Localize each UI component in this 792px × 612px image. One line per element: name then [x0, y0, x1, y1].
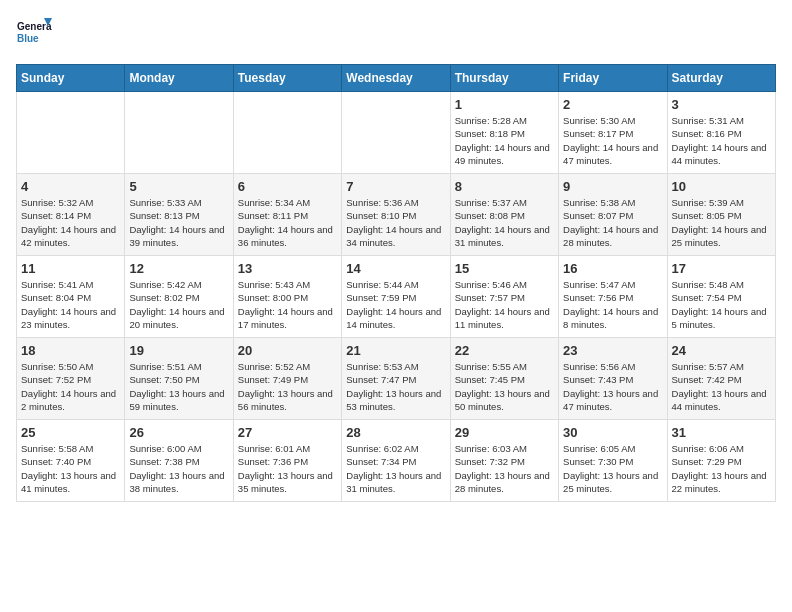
day-number: 30: [563, 425, 662, 440]
page-header: General Blue: [16, 16, 776, 52]
cell-details: Sunrise: 5:58 AMSunset: 7:40 PMDaylight:…: [21, 442, 120, 495]
day-header-tuesday: Tuesday: [233, 65, 341, 92]
cell-details: Sunrise: 5:56 AMSunset: 7:43 PMDaylight:…: [563, 360, 662, 413]
calendar-cell: [342, 92, 450, 174]
day-number: 8: [455, 179, 554, 194]
calendar-cell: [125, 92, 233, 174]
day-number: 16: [563, 261, 662, 276]
day-number: 12: [129, 261, 228, 276]
day-header-wednesday: Wednesday: [342, 65, 450, 92]
cell-details: Sunrise: 5:31 AMSunset: 8:16 PMDaylight:…: [672, 114, 771, 167]
cell-details: Sunrise: 6:03 AMSunset: 7:32 PMDaylight:…: [455, 442, 554, 495]
day-number: 15: [455, 261, 554, 276]
calendar-cell: 21Sunrise: 5:53 AMSunset: 7:47 PMDayligh…: [342, 338, 450, 420]
calendar-cell: 4Sunrise: 5:32 AMSunset: 8:14 PMDaylight…: [17, 174, 125, 256]
calendar-cell: 22Sunrise: 5:55 AMSunset: 7:45 PMDayligh…: [450, 338, 558, 420]
calendar-cell: 17Sunrise: 5:48 AMSunset: 7:54 PMDayligh…: [667, 256, 775, 338]
day-number: 1: [455, 97, 554, 112]
day-header-saturday: Saturday: [667, 65, 775, 92]
cell-details: Sunrise: 5:30 AMSunset: 8:17 PMDaylight:…: [563, 114, 662, 167]
cell-details: Sunrise: 5:36 AMSunset: 8:10 PMDaylight:…: [346, 196, 445, 249]
calendar-cell: 2Sunrise: 5:30 AMSunset: 8:17 PMDaylight…: [559, 92, 667, 174]
calendar-week-row: 1Sunrise: 5:28 AMSunset: 8:18 PMDaylight…: [17, 92, 776, 174]
day-number: 10: [672, 179, 771, 194]
calendar-week-row: 4Sunrise: 5:32 AMSunset: 8:14 PMDaylight…: [17, 174, 776, 256]
day-number: 13: [238, 261, 337, 276]
day-number: 28: [346, 425, 445, 440]
day-number: 31: [672, 425, 771, 440]
cell-details: Sunrise: 6:01 AMSunset: 7:36 PMDaylight:…: [238, 442, 337, 495]
calendar-cell: 5Sunrise: 5:33 AMSunset: 8:13 PMDaylight…: [125, 174, 233, 256]
calendar-cell: 15Sunrise: 5:46 AMSunset: 7:57 PMDayligh…: [450, 256, 558, 338]
calendar-cell: 16Sunrise: 5:47 AMSunset: 7:56 PMDayligh…: [559, 256, 667, 338]
cell-details: Sunrise: 5:53 AMSunset: 7:47 PMDaylight:…: [346, 360, 445, 413]
calendar-cell: 25Sunrise: 5:58 AMSunset: 7:40 PMDayligh…: [17, 420, 125, 502]
day-number: 23: [563, 343, 662, 358]
day-number: 9: [563, 179, 662, 194]
calendar-cell: [233, 92, 341, 174]
calendar-cell: 23Sunrise: 5:56 AMSunset: 7:43 PMDayligh…: [559, 338, 667, 420]
cell-details: Sunrise: 5:39 AMSunset: 8:05 PMDaylight:…: [672, 196, 771, 249]
day-header-monday: Monday: [125, 65, 233, 92]
calendar-cell: 24Sunrise: 5:57 AMSunset: 7:42 PMDayligh…: [667, 338, 775, 420]
cell-details: Sunrise: 5:46 AMSunset: 7:57 PMDaylight:…: [455, 278, 554, 331]
cell-details: Sunrise: 5:41 AMSunset: 8:04 PMDaylight:…: [21, 278, 120, 331]
calendar-week-row: 18Sunrise: 5:50 AMSunset: 7:52 PMDayligh…: [17, 338, 776, 420]
day-number: 11: [21, 261, 120, 276]
day-number: 22: [455, 343, 554, 358]
day-number: 20: [238, 343, 337, 358]
calendar-cell: 1Sunrise: 5:28 AMSunset: 8:18 PMDaylight…: [450, 92, 558, 174]
cell-details: Sunrise: 5:28 AMSunset: 8:18 PMDaylight:…: [455, 114, 554, 167]
cell-details: Sunrise: 5:32 AMSunset: 8:14 PMDaylight:…: [21, 196, 120, 249]
cell-details: Sunrise: 5:42 AMSunset: 8:02 PMDaylight:…: [129, 278, 228, 331]
calendar-cell: 10Sunrise: 5:39 AMSunset: 8:05 PMDayligh…: [667, 174, 775, 256]
cell-details: Sunrise: 5:48 AMSunset: 7:54 PMDaylight:…: [672, 278, 771, 331]
calendar-cell: 18Sunrise: 5:50 AMSunset: 7:52 PMDayligh…: [17, 338, 125, 420]
day-header-friday: Friday: [559, 65, 667, 92]
calendar-cell: 20Sunrise: 5:52 AMSunset: 7:49 PMDayligh…: [233, 338, 341, 420]
logo: General Blue: [16, 16, 52, 52]
cell-details: Sunrise: 6:00 AMSunset: 7:38 PMDaylight:…: [129, 442, 228, 495]
calendar-cell: 13Sunrise: 5:43 AMSunset: 8:00 PMDayligh…: [233, 256, 341, 338]
day-number: 7: [346, 179, 445, 194]
day-number: 19: [129, 343, 228, 358]
calendar-cell: 12Sunrise: 5:42 AMSunset: 8:02 PMDayligh…: [125, 256, 233, 338]
cell-details: Sunrise: 5:38 AMSunset: 8:07 PMDaylight:…: [563, 196, 662, 249]
calendar-table: SundayMondayTuesdayWednesdayThursdayFrid…: [16, 64, 776, 502]
calendar-header-row: SundayMondayTuesdayWednesdayThursdayFrid…: [17, 65, 776, 92]
calendar-cell: 6Sunrise: 5:34 AMSunset: 8:11 PMDaylight…: [233, 174, 341, 256]
day-number: 2: [563, 97, 662, 112]
calendar-cell: 11Sunrise: 5:41 AMSunset: 8:04 PMDayligh…: [17, 256, 125, 338]
cell-details: Sunrise: 5:55 AMSunset: 7:45 PMDaylight:…: [455, 360, 554, 413]
day-header-thursday: Thursday: [450, 65, 558, 92]
calendar-week-row: 11Sunrise: 5:41 AMSunset: 8:04 PMDayligh…: [17, 256, 776, 338]
day-number: 29: [455, 425, 554, 440]
calendar-cell: 26Sunrise: 6:00 AMSunset: 7:38 PMDayligh…: [125, 420, 233, 502]
calendar-cell: 8Sunrise: 5:37 AMSunset: 8:08 PMDaylight…: [450, 174, 558, 256]
calendar-cell: 30Sunrise: 6:05 AMSunset: 7:30 PMDayligh…: [559, 420, 667, 502]
day-number: 6: [238, 179, 337, 194]
day-number: 17: [672, 261, 771, 276]
day-number: 3: [672, 97, 771, 112]
day-number: 14: [346, 261, 445, 276]
calendar-cell: 27Sunrise: 6:01 AMSunset: 7:36 PMDayligh…: [233, 420, 341, 502]
cell-details: Sunrise: 6:06 AMSunset: 7:29 PMDaylight:…: [672, 442, 771, 495]
calendar-cell: 29Sunrise: 6:03 AMSunset: 7:32 PMDayligh…: [450, 420, 558, 502]
cell-details: Sunrise: 5:44 AMSunset: 7:59 PMDaylight:…: [346, 278, 445, 331]
calendar-cell: 7Sunrise: 5:36 AMSunset: 8:10 PMDaylight…: [342, 174, 450, 256]
calendar-cell: 28Sunrise: 6:02 AMSunset: 7:34 PMDayligh…: [342, 420, 450, 502]
day-header-sunday: Sunday: [17, 65, 125, 92]
day-number: 27: [238, 425, 337, 440]
cell-details: Sunrise: 5:43 AMSunset: 8:00 PMDaylight:…: [238, 278, 337, 331]
svg-text:Blue: Blue: [17, 33, 39, 44]
calendar-cell: 3Sunrise: 5:31 AMSunset: 8:16 PMDaylight…: [667, 92, 775, 174]
cell-details: Sunrise: 5:47 AMSunset: 7:56 PMDaylight:…: [563, 278, 662, 331]
calendar-cell: 19Sunrise: 5:51 AMSunset: 7:50 PMDayligh…: [125, 338, 233, 420]
calendar-cell: [17, 92, 125, 174]
cell-details: Sunrise: 5:51 AMSunset: 7:50 PMDaylight:…: [129, 360, 228, 413]
cell-details: Sunrise: 5:33 AMSunset: 8:13 PMDaylight:…: [129, 196, 228, 249]
cell-details: Sunrise: 5:57 AMSunset: 7:42 PMDaylight:…: [672, 360, 771, 413]
logo-graphic: General Blue: [16, 16, 52, 52]
cell-details: Sunrise: 5:52 AMSunset: 7:49 PMDaylight:…: [238, 360, 337, 413]
day-number: 24: [672, 343, 771, 358]
